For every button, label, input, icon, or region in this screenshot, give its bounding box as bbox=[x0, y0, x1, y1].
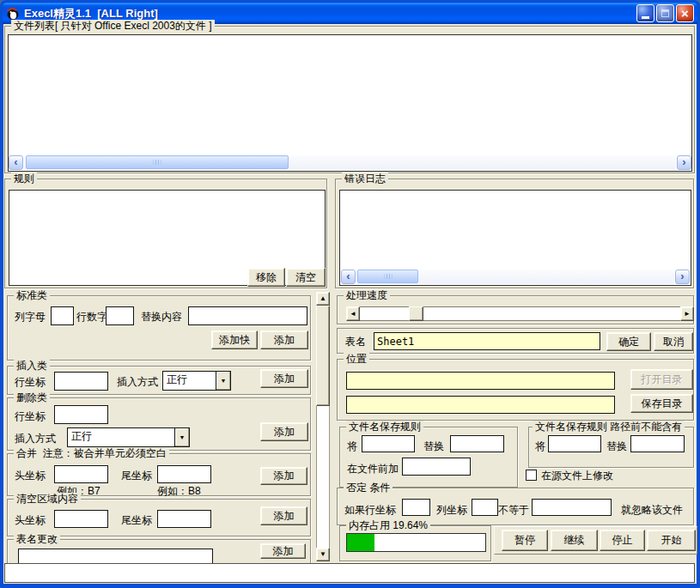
scroll-right-icon[interactable]: › bbox=[675, 270, 690, 284]
rename-label: 表名更改 bbox=[14, 533, 60, 545]
chevron-down-icon: ▼ bbox=[180, 434, 186, 440]
combo-dropdown-button[interactable]: ▼ bbox=[174, 428, 189, 446]
col-letter-input[interactable] bbox=[51, 306, 74, 325]
standard-add-button[interactable]: 添加 bbox=[260, 330, 308, 349]
path-rule-group: 文件名保存规则 路径前不能含有 将 替换 bbox=[528, 427, 694, 468]
file-list-label: 文件列表[ 只针对 Office Execl 2003的文件 ] bbox=[11, 20, 215, 32]
save-dir-input[interactable] bbox=[346, 396, 615, 414]
pause-button[interactable]: 暂停 bbox=[502, 530, 548, 551]
scroll-right-icon[interactable]: › bbox=[677, 155, 691, 170]
modify-source-checkbox[interactable] bbox=[526, 470, 537, 481]
insert-row-input[interactable] bbox=[54, 372, 108, 391]
clear-region-label: 清空区域内容 bbox=[14, 493, 81, 505]
minimize-button[interactable] bbox=[636, 4, 654, 22]
speed-slider-track[interactable] bbox=[346, 306, 694, 321]
slider-right-icon[interactable]: ► bbox=[680, 306, 694, 321]
file-listbox[interactable] bbox=[8, 34, 692, 172]
clear-region-add-button[interactable]: 添加 bbox=[260, 506, 307, 525]
add-fast-button[interactable]: 添加快 bbox=[211, 330, 258, 349]
open-dir-input[interactable] bbox=[346, 372, 615, 390]
insert-group: 插入类 行坐标 插入方式 正行 ▼ 添加 bbox=[7, 366, 311, 395]
negate-label: 否定 条件 bbox=[344, 482, 393, 494]
delete-add-button[interactable]: 添加 bbox=[260, 422, 308, 441]
maximize-button[interactable] bbox=[656, 4, 674, 22]
insert-row-label: 行坐标 bbox=[15, 376, 46, 388]
replace-label: 替换 bbox=[606, 440, 627, 452]
insert-mode-label: 插入方式 bbox=[117, 376, 158, 388]
minimize-icon bbox=[642, 16, 649, 19]
rename-add-button[interactable]: 添加 bbox=[260, 543, 306, 559]
standard-label: 标准类 bbox=[14, 289, 50, 301]
merge-tail-input[interactable] bbox=[157, 465, 211, 483]
file-list-scroll-track[interactable] bbox=[24, 155, 676, 170]
replace-content-label: 替换内容 bbox=[141, 311, 182, 323]
merge-head-input[interactable] bbox=[54, 465, 108, 483]
scroll-up-icon[interactable]: ▲ bbox=[316, 292, 330, 306]
col-coord-input[interactable] bbox=[472, 499, 498, 516]
status-bar bbox=[4, 563, 695, 583]
filename-from-input[interactable] bbox=[362, 435, 415, 452]
position-label: 位置 bbox=[344, 353, 369, 365]
file-list-group: 文件列表[ 只针对 Office Execl 2003的文件 ] ‹ › bbox=[4, 26, 695, 173]
file-list-hscrollbar: ‹ › bbox=[9, 155, 691, 170]
error-log-group: 错误日志 ‹ › bbox=[335, 179, 694, 288]
panel-vscrollbar: ▲ ▼ bbox=[316, 292, 330, 561]
cancel-button[interactable]: 取消 bbox=[654, 332, 693, 351]
memory-group: 内存占用 19.64% bbox=[339, 525, 491, 561]
memory-progress-bar bbox=[346, 533, 486, 552]
memory-progress-fill bbox=[347, 534, 374, 551]
modify-source-label: 在源文件上修改 bbox=[541, 470, 613, 482]
row-number-input[interactable] bbox=[106, 306, 134, 325]
merge-label: 合并 注意：被合并单元必须空白 bbox=[14, 447, 169, 459]
open-dir-button[interactable]: 打开目录 bbox=[630, 369, 693, 390]
clear-head-input[interactable] bbox=[54, 510, 108, 528]
window-controls: × bbox=[636, 4, 694, 22]
stop-button[interactable]: 停止 bbox=[600, 530, 645, 551]
delete-mode-value: 正行 bbox=[68, 428, 174, 446]
ok-button[interactable]: 确定 bbox=[606, 332, 651, 351]
close-button[interactable]: × bbox=[676, 4, 694, 22]
action-strip: 暂停 继续 停止 开始 bbox=[494, 526, 697, 555]
sheet-panel: 表名 确定 取消 bbox=[337, 328, 694, 354]
scroll-left-icon[interactable]: ‹ bbox=[341, 270, 356, 284]
file-list-scroll-thumb[interactable] bbox=[26, 155, 289, 169]
start-button[interactable]: 开始 bbox=[647, 530, 696, 551]
app-window: Execl精灵1.1 [ALL Right] × 文件列表[ 只针对 Offic… bbox=[0, 0, 700, 588]
path-replace-input[interactable] bbox=[630, 435, 685, 452]
not-equal-input[interactable] bbox=[532, 499, 612, 516]
from-label: 将 bbox=[347, 440, 357, 452]
filename-rule-group: 文件名保存规则 将 替换 在文件前加 bbox=[339, 427, 518, 488]
standard-group: 标准类 列字母 行数字 替换内容 添加快 添加 bbox=[7, 295, 311, 361]
delete-row-input[interactable] bbox=[54, 405, 108, 424]
speed-slider-thumb[interactable] bbox=[409, 306, 423, 321]
filename-replace-input[interactable] bbox=[450, 435, 504, 452]
delete-row-label: 行坐标 bbox=[15, 410, 46, 422]
client-area: 文件列表[ 只针对 Office Execl 2003的文件 ] ‹ › 规则 … bbox=[3, 24, 697, 584]
merge-group: 合并 注意：被合并单元必须空白 头坐标 例如：B7 尾坐标 例如：B8 添加 bbox=[7, 453, 311, 496]
error-log-scroll-track[interactable] bbox=[356, 270, 674, 284]
scroll-down-icon[interactable]: ▼ bbox=[316, 548, 330, 561]
clear-button[interactable]: 清空 bbox=[286, 268, 326, 287]
resume-button[interactable]: 继续 bbox=[551, 530, 598, 551]
insert-label: 插入类 bbox=[14, 360, 50, 372]
delete-mode-combo[interactable]: 正行 ▼ bbox=[67, 427, 190, 447]
if-row-input[interactable] bbox=[402, 499, 430, 516]
sheet-name-input[interactable] bbox=[374, 332, 600, 350]
from-label: 将 bbox=[535, 440, 545, 452]
replace-content-input[interactable] bbox=[188, 306, 307, 325]
save-dir-button[interactable]: 保存目录 bbox=[630, 394, 693, 413]
path-from-input[interactable] bbox=[548, 435, 601, 452]
merge-add-button[interactable]: 添加 bbox=[260, 467, 307, 485]
filename-prepend-input[interactable] bbox=[402, 458, 471, 476]
insert-mode-combo[interactable]: 正行 ▼ bbox=[162, 371, 231, 391]
panel-scroll-thumb[interactable] bbox=[316, 306, 330, 406]
remove-button[interactable]: 移除 bbox=[247, 268, 285, 287]
clear-head-label: 头坐标 bbox=[15, 514, 46, 526]
clear-tail-input[interactable] bbox=[157, 510, 211, 528]
error-log-scroll-thumb[interactable] bbox=[357, 270, 418, 283]
insert-add-button[interactable]: 添加 bbox=[260, 369, 308, 388]
rules-label: 规则 bbox=[11, 173, 37, 185]
combo-dropdown-button[interactable]: ▼ bbox=[216, 372, 230, 390]
scroll-left-icon[interactable]: ‹ bbox=[9, 155, 23, 170]
slider-left-icon[interactable]: ◄ bbox=[346, 306, 360, 321]
